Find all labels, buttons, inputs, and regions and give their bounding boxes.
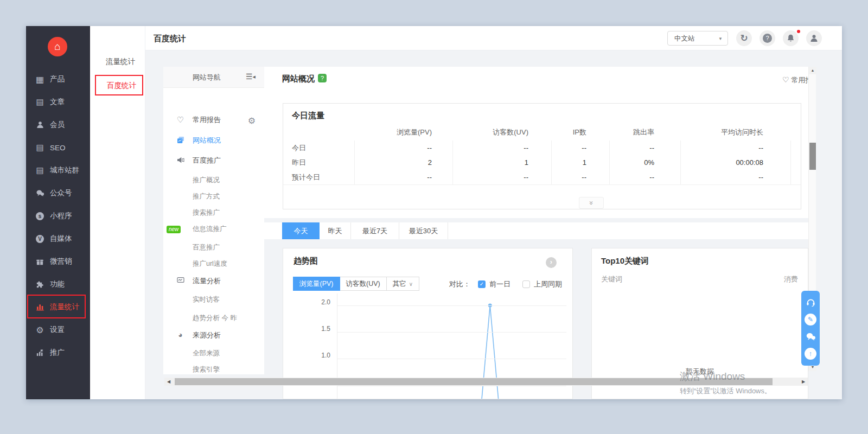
- sidebar-item-traffic-stats[interactable]: 流量统计: [26, 296, 90, 318]
- report-nav-title: 网站导航: [193, 73, 221, 82]
- nav-item-promo-overview[interactable]: 推广概况: [163, 174, 264, 187]
- sidebar-item-label: 功能: [50, 279, 65, 289]
- site-selector-dropdown[interactable]: 中文站: [667, 31, 728, 46]
- favorite-report-link[interactable]: 常用报告: [782, 75, 808, 85]
- today-traffic-table: 浏览量(PV) 访客数(UV) IP数 跳出率 平均访问时长 今日 -- --: [283, 125, 801, 185]
- new-badge: new: [167, 226, 181, 233]
- customer-service-button[interactable]: [804, 296, 817, 309]
- table-row: 预计今日 -- -- -- -- --: [283, 170, 801, 184]
- pie-chart-icon: [176, 330, 185, 340]
- wechat-button[interactable]: [804, 330, 817, 343]
- help-button[interactable]: [760, 30, 775, 46]
- trend-title: 趋势图: [293, 256, 318, 266]
- nav-item-source-analysis[interactable]: 来源分析: [163, 329, 264, 342]
- document-icon: [35, 98, 44, 107]
- sidebar-item-city-sites[interactable]: 城市站群: [26, 159, 90, 182]
- monitor-wave-icon: [176, 276, 185, 285]
- sidebar-item-settings[interactable]: 设置: [26, 318, 90, 341]
- sidebar-item-label: 公众号: [50, 188, 72, 198]
- metric-other-dropdown[interactable]: 其它: [386, 277, 419, 291]
- gear-icon: [35, 326, 44, 335]
- expand-more-button[interactable]: [579, 197, 604, 209]
- report-nav-panel: 网站导航 常用报告 网站概况 百度推广 推广概况 推广方式 搜索推广 信息流推广…: [163, 67, 264, 374]
- sidebar-item-members[interactable]: 会员: [26, 113, 90, 136]
- gear-icon[interactable]: [248, 114, 256, 127]
- scroll-right-arrow[interactable]: [799, 378, 808, 386]
- sidebar-item-seo[interactable]: SEO: [26, 136, 90, 159]
- sidebar-item-label: 会员: [50, 120, 65, 130]
- horizontal-scrollbar[interactable]: [164, 378, 808, 386]
- metric-uv-button[interactable]: 访客数(UV): [340, 277, 387, 291]
- sidebar-item-articles[interactable]: 文章: [26, 91, 90, 113]
- horizontal-scroll-thumb[interactable]: [175, 378, 773, 385]
- sidebar-item-mini-program[interactable]: s小程序: [26, 205, 90, 227]
- col-header-uv: 访客数(UV): [452, 127, 551, 137]
- nav-item-traffic-analysis[interactable]: 流量分析: [163, 275, 264, 288]
- tab-last-30-days[interactable]: 最近30天: [399, 222, 448, 239]
- nav-item-baidu-promotion[interactable]: 百度推广: [163, 154, 264, 167]
- tab-last-7-days[interactable]: 最近7天: [351, 222, 399, 239]
- chat-bubbles-icon: [35, 189, 44, 198]
- tab-yesterday[interactable]: 昨天: [320, 222, 351, 239]
- sidebar-item-micro-marketing[interactable]: 微营销: [26, 250, 90, 273]
- heart-icon: [176, 115, 185, 124]
- nav-item-baiyi-promo[interactable]: 百意推广: [163, 241, 264, 254]
- col-header-bounce: 跳出率: [609, 127, 680, 137]
- heart-icon: [782, 76, 792, 84]
- col-header-pv: 浏览量(PV): [354, 127, 452, 137]
- metric-button-group: 浏览量(PV) 访客数(UV) 其它: [293, 277, 419, 291]
- home-icon[interactable]: [48, 37, 67, 56]
- sidebar-item-promotion[interactable]: 推广: [26, 341, 90, 364]
- scroll-left-arrow[interactable]: [164, 378, 173, 386]
- overview-title: 网站概况?: [282, 74, 327, 84]
- y-axis-tick: 1.0: [311, 352, 330, 359]
- empty-state-text: 暂无数据: [592, 367, 808, 376]
- account-button[interactable]: [806, 30, 822, 46]
- refresh-button[interactable]: [736, 30, 752, 46]
- go-detail-button[interactable]: [546, 257, 557, 268]
- topbar: 百度统计 中文站: [145, 26, 842, 50]
- nav-item-search-engines[interactable]: 搜索引擎: [163, 363, 264, 374]
- nav-item-common-reports[interactable]: 常用报告: [163, 113, 264, 126]
- col-header-duration: 平均访问时长: [680, 127, 790, 137]
- sidebar-item-label: 设置: [50, 325, 65, 335]
- nav-item-promo-method[interactable]: 推广方式: [163, 190, 264, 203]
- nav-item-promo-url-speed[interactable]: 推广url速度: [163, 257, 264, 270]
- help-badge-icon[interactable]: ?: [318, 74, 327, 82]
- keywords-title: Top10关键词: [601, 256, 649, 266]
- nav-item-search-promo[interactable]: 搜索推广: [163, 206, 264, 219]
- date-range-tabs: 今天 昨天 最近7天 最近30天: [264, 222, 808, 239]
- collapse-nav-button[interactable]: [246, 72, 256, 81]
- checkbox-same-week-last[interactable]: [522, 280, 530, 288]
- sidebar-item-self-media[interactable]: V自媒体: [26, 227, 90, 250]
- scroll-up-arrow[interactable]: [809, 67, 816, 74]
- sidebar-item-label: 自媒体: [50, 234, 72, 244]
- feedback-button[interactable]: [804, 313, 817, 326]
- v-circle-icon: V: [35, 234, 44, 244]
- nav-item-all-sources[interactable]: 全部来源: [163, 347, 264, 360]
- metric-pv-button[interactable]: 浏览量(PV): [293, 277, 340, 291]
- sidebar-item-official-account[interactable]: 公众号: [26, 182, 90, 205]
- document-search-icon: [35, 143, 44, 152]
- subnav-item-baidu-stats[interactable]: 百度统计: [107, 81, 136, 91]
- tab-today[interactable]: 今天: [282, 222, 320, 239]
- y-axis-tick: 1.5: [311, 325, 330, 333]
- double-chevron-down-icon: [586, 201, 597, 205]
- content-area: 百度统计 中文站 网站导航 常用报告: [145, 26, 842, 399]
- sidebar-item-features[interactable]: 功能: [26, 273, 90, 296]
- refresh-icon: [740, 33, 748, 44]
- back-to-top-button[interactable]: [804, 347, 817, 360]
- sidebar-item-products[interactable]: 产品: [26, 68, 90, 91]
- nav-item-feed-promo[interactable]: 信息流推广new: [163, 222, 264, 235]
- hamburger-icon: [246, 72, 253, 81]
- nav-item-site-overview[interactable]: 网站概况: [163, 134, 264, 147]
- subnav-item-traffic-stats[interactable]: 流量统计: [106, 57, 135, 67]
- grid-icon: [35, 75, 44, 84]
- nav-item-realtime-visitors[interactable]: 实时访客: [163, 293, 264, 306]
- checkbox-prev-day[interactable]: [478, 280, 486, 288]
- nav-item-trend-analysis[interactable]: 趋势分析 今 昨: [163, 311, 264, 324]
- vertical-scroll-thumb[interactable]: [809, 143, 816, 170]
- question-icon: [763, 34, 772, 43]
- pages-chart-icon: [176, 136, 185, 145]
- headset-icon: [806, 297, 816, 308]
